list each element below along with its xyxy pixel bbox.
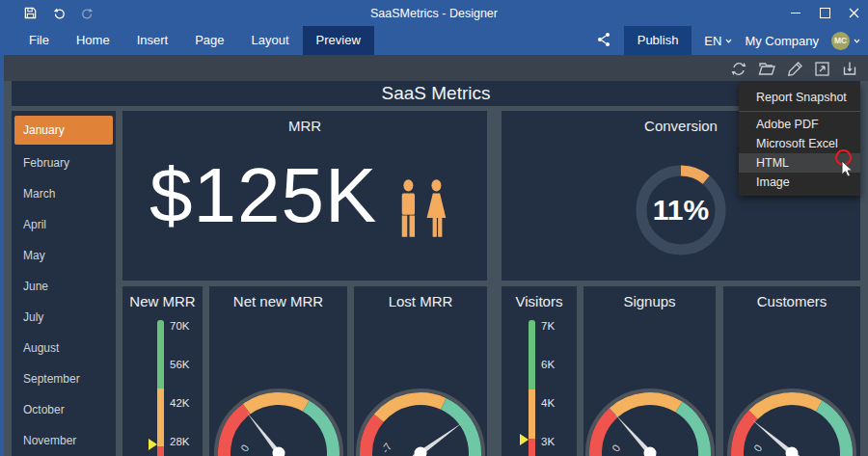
gauge-tick-label: 6K	[541, 358, 555, 371]
net-new-mrr-card: Net new MRR 0	[209, 286, 347, 456]
gauge-marker	[520, 434, 529, 445]
gauge-bar	[529, 320, 535, 456]
share-icon[interactable]	[596, 32, 611, 50]
sync-icon[interactable]	[730, 61, 747, 77]
svg-text:-7: -7	[379, 441, 393, 455]
sidebar-item-august[interactable]: August	[12, 333, 116, 363]
mouse-cursor	[841, 160, 854, 181]
language-selector[interactable]: EN	[704, 34, 732, 48]
customers-gauge: 0	[723, 331, 860, 456]
menu-item-home[interactable]: Home	[63, 26, 123, 55]
customers-card-title: Customers	[723, 293, 860, 309]
close-icon	[849, 8, 859, 18]
maximize-button[interactable]	[810, 0, 839, 26]
account-name[interactable]: My Company	[745, 34, 819, 48]
signups-card: Signups 0	[583, 286, 716, 456]
visitors-gauge: 7K6K4K3K	[502, 286, 577, 456]
open-folder-icon[interactable]	[758, 61, 776, 77]
visitors-card: Visitors 7K6K4K3K	[502, 286, 577, 456]
conversion-donut-chart: 11%	[623, 152, 739, 268]
new-mrr-card: New MRR 70K56K42K28K	[122, 286, 203, 456]
menu-item-page[interactable]: Page	[181, 26, 237, 55]
menu-item-file[interactable]: File	[15, 26, 63, 55]
gauge-tick-label: 70K	[170, 319, 189, 333]
undo-icon[interactable]	[50, 5, 68, 22]
resize-icon[interactable]	[814, 61, 830, 77]
menu-item-preview[interactable]: Preview	[303, 26, 374, 55]
signups-card-title: Signups	[583, 293, 716, 309]
chevron-down-icon	[854, 39, 860, 43]
gauge-tick-label: 28K	[170, 435, 189, 448]
gauge-bar	[157, 320, 164, 456]
sidebar-item-july[interactable]: July	[12, 302, 116, 333]
app-window: SaaSMetrics - Designer File Home Insert …	[0, 0, 868, 456]
conversion-value: 11%	[623, 152, 739, 268]
net-new-mrr-card-title: Net new MRR	[209, 293, 347, 309]
sidebar-item-april[interactable]: April	[12, 209, 116, 240]
publish-button[interactable]: Publish	[624, 26, 692, 55]
gauge-tick-label: 56K	[170, 358, 189, 371]
menu-item-report-snapshot[interactable]: Report Snapshot	[739, 87, 860, 108]
minimize-icon	[791, 13, 800, 14]
avatar[interactable]: MC	[831, 32, 850, 50]
maximize-icon	[820, 8, 830, 18]
sidebar-item-january[interactable]: January	[14, 116, 113, 145]
net-new-mrr-gauge: 0	[209, 331, 347, 456]
edit-pencil-icon[interactable]	[787, 61, 803, 77]
gauge-tick-label: 42K	[170, 396, 189, 410]
chevron-down-icon	[725, 39, 732, 43]
page-title: SaaS Metrics	[12, 81, 860, 106]
mrr-card: MRR $125K	[122, 111, 487, 281]
sidebar-item-november[interactable]: November	[12, 425, 116, 456]
menu-bar: File Home Insert Page Layout Preview Pub…	[0, 26, 868, 55]
lost-mrr-gauge: -7	[354, 331, 487, 456]
save-icon[interactable]	[21, 5, 39, 22]
window-title: SaaSMetrics - Designer	[0, 7, 868, 20]
mrr-value: $125K	[149, 151, 377, 240]
sidebar-item-september[interactable]: September	[12, 363, 116, 394]
report-toolbar	[730, 57, 858, 80]
svg-text:0: 0	[238, 443, 251, 454]
sidebar-item-may[interactable]: May	[12, 240, 116, 271]
gauge-tick-label: 3K	[541, 435, 555, 448]
close-button[interactable]	[839, 0, 868, 26]
language-label: EN	[704, 34, 721, 48]
people-icon	[398, 179, 450, 242]
gauge-marker	[149, 439, 157, 450]
signups-gauge: 0	[583, 331, 716, 456]
sidebar-item-june[interactable]: June	[12, 271, 116, 302]
mrr-card-title: MRR	[122, 118, 487, 134]
svg-text:0: 0	[751, 443, 764, 454]
redo-icon[interactable]	[79, 5, 96, 22]
menu-divider	[739, 111, 860, 112]
lost-mrr-card-title: Lost MRR	[354, 293, 487, 309]
month-filter-sidebar: January February March April May June Ju…	[12, 111, 116, 456]
menu-item-insert[interactable]: Insert	[123, 26, 182, 55]
gauge-tick-label: 4K	[541, 396, 555, 410]
gauge-tick-label: 7K	[541, 319, 555, 333]
menu-item-adobe-pdf[interactable]: Adobe PDF	[739, 115, 860, 134]
minimize-button[interactable]	[781, 0, 810, 26]
title-bar: SaaSMetrics - Designer	[0, 0, 868, 26]
customers-card: Customers 0	[723, 286, 860, 456]
menu-item-layout[interactable]: Layout	[238, 26, 303, 55]
window-left-border	[0, 55, 4, 456]
new-mrr-gauge: 70K56K42K28K	[122, 286, 203, 456]
lost-mrr-card: Lost MRR -7	[354, 286, 487, 456]
svg-text:0: 0	[610, 443, 622, 454]
sidebar-item-february[interactable]: February	[12, 148, 116, 178]
export-download-icon[interactable]	[841, 61, 858, 77]
sidebar-item-october[interactable]: October	[12, 394, 116, 425]
account-menu[interactable]: MC	[831, 32, 860, 50]
sidebar-item-march[interactable]: March	[12, 178, 116, 209]
